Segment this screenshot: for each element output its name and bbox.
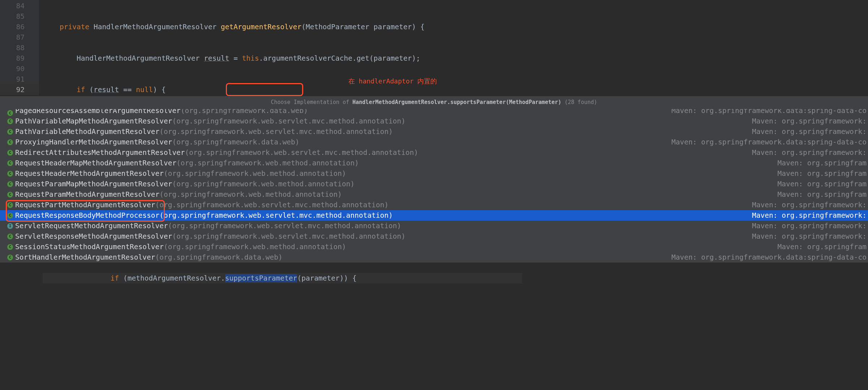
class-icon: C: [7, 110, 13, 116]
code-line[interactable]: HandlerMethodArgumentResolver result = t…: [43, 53, 522, 64]
popup-title: Choose Implementation of HandlerMethodAr…: [0, 96, 868, 109]
implementation-item[interactable]: CProxyingHandlerMethodArgumentResolver (…: [0, 137, 868, 147]
class-name: ServletResponseMethodArgumentResolver: [15, 231, 172, 242]
source-label: Maven: org.springfram: [777, 242, 868, 252]
package-name: (org.springframework.web.method.annotati…: [172, 179, 354, 189]
implementation-item[interactable]: CRequestParamMapMethodArgumentResolver (…: [0, 179, 868, 189]
class-name: PathVariableMapMethodArgumentResolver: [15, 116, 172, 126]
implementation-item[interactable]: CPagedResourcesAssemblerArgumentResolver…: [0, 109, 868, 116]
implementation-item[interactable]: CSortHandlerMethodArgumentResolver (org.…: [0, 252, 868, 263]
class-icon: C: [7, 171, 13, 177]
class-name: SortHandlerMethodArgumentResolver: [15, 252, 155, 263]
line-number: 91: [0, 74, 39, 84]
package-name: (org.springframework.web.method.annotati…: [176, 158, 359, 168]
source-label: Maven: org.springfram: [777, 158, 868, 168]
code-text: =: [229, 54, 242, 62]
keyword: null: [136, 86, 153, 94]
code-text: HandlerMethodArgumentResolver: [77, 54, 204, 62]
source-label: Maven: org.springfram: [777, 189, 868, 200]
package-name: (org.springframework.web.servlet.mvc.met…: [168, 221, 401, 231]
code-line-current[interactable]: if (methodArgumentResolver.supportsParam…: [43, 273, 522, 283]
class-icon: C: [7, 244, 13, 250]
keyword: private: [60, 23, 89, 31]
class-icon: C: [7, 129, 13, 135]
source-label: Maven: org.springframework:: [752, 116, 868, 126]
code-text: (: [85, 86, 93, 94]
package-name: (org.springframework.data.web): [155, 252, 282, 263]
class-name: RequestHeaderMethodArgumentResolver: [15, 168, 164, 179]
code-text: ==: [119, 86, 136, 94]
package-name: (org.springframework.data.web): [172, 137, 299, 147]
highlight-box-method: [226, 83, 303, 96]
popup-title-target: HandlerMethodArgumentResolver.supportsPa…: [352, 99, 561, 105]
class-icon: C: [7, 181, 13, 187]
variable: result: [204, 54, 229, 62]
code-text: ) {: [153, 86, 166, 94]
package-name: (org.springframework.web.servlet.mvc.met…: [155, 200, 388, 210]
implementation-item[interactable]: CServletResponseMethodArgumentResolver (…: [0, 231, 868, 242]
class-name: PagedResourcesAssemblerArgumentResolver: [15, 109, 181, 116]
source-label: Maven: org.springframework:: [752, 231, 868, 242]
code-text: (parameter)) {: [297, 274, 356, 282]
annotation-text: 在 handlerAdaptor 内置的: [348, 76, 437, 86]
implementation-item[interactable]: CRedirectAttributesMethodArgumentResolve…: [0, 147, 868, 158]
source-label: Maven: org.springframework.data:spring-d…: [671, 109, 868, 116]
code-line[interactable]: private HandlerMethodArgumentResolver ge…: [43, 22, 522, 32]
class-icon: C: [7, 139, 13, 145]
implementation-item[interactable]: IServletRequestMethodArgumentResolver (o…: [0, 221, 868, 231]
package-name: (org.springframework.web.servlet.mvc.met…: [159, 210, 393, 221]
class-name: RequestParamMapMethodArgumentResolver: [15, 179, 172, 189]
class-icon: C: [7, 255, 13, 260]
implementations-list[interactable]: CPagedResourcesAssemblerArgumentResolver…: [0, 109, 868, 263]
line-number: 87: [0, 32, 39, 43]
code-text: (methodArgumentResolver.: [119, 274, 225, 282]
source-label: Maven: org.springframework:: [752, 221, 868, 231]
line-number: 90: [0, 64, 39, 74]
highlight-box-selected-item: [6, 200, 165, 222]
package-name: (org.springframework.web.method.annotati…: [164, 242, 346, 252]
implementation-item[interactable]: CSessionStatusMethodArgumentResolver (or…: [0, 242, 868, 252]
class-icon: C: [7, 118, 13, 124]
interface-icon: I: [7, 223, 13, 229]
code-text: .: [259, 54, 263, 62]
package-name: (org.springframework.web.servlet.mvc.met…: [172, 231, 405, 242]
package-name: (org.springframework.web.method.annotati…: [159, 189, 342, 200]
implementation-item[interactable]: CPathVariableMethodArgumentResolver (org…: [0, 126, 868, 137]
class-name: RedirectAttributesMethodArgumentResolver: [15, 147, 185, 158]
line-number: 85: [0, 11, 39, 22]
class-name: SessionStatusMethodArgumentResolver: [15, 242, 164, 252]
source-label: Maven: org.springfram: [777, 179, 868, 189]
implementations-popup[interactable]: Choose Implementation of HandlerMethodAr…: [0, 96, 868, 263]
keyword: this: [242, 54, 259, 62]
class-name: RequestHeaderMapMethodArgumentResolver: [15, 158, 176, 168]
code-text: argumentResolverCache.get(parameter);: [263, 54, 420, 62]
source-label: Maven: org.springframework:: [752, 147, 868, 158]
class-name: PathVariableMethodArgumentResolver: [15, 126, 159, 137]
line-number: 86: [0, 22, 39, 32]
popup-title-post: (28 found): [561, 99, 597, 105]
gutter: 84 85 86 87 88 89 90 91 92: [0, 0, 39, 95]
implementation-item[interactable]: CPathVariableMapMethodArgumentResolver (…: [0, 116, 868, 126]
popup-title-pre: Choose Implementation of: [271, 99, 352, 105]
class-name: ProxyingHandlerMethodArgumentResolver: [15, 137, 172, 147]
source-label: Maven: org.springframework.data:spring-d…: [671, 252, 868, 263]
line-number-current: 92: [0, 84, 39, 95]
code-text: HandlerMethodArgumentResolver: [89, 23, 221, 31]
selected-identifier: supportsParameter: [225, 274, 297, 282]
line-number: 88: [0, 43, 39, 53]
class-name: RequestParamMethodArgumentResolver: [15, 189, 159, 200]
package-name: (org.springframework.data.web): [181, 109, 308, 116]
source-label: Maven: org.springframework:: [752, 126, 868, 137]
variable: result: [94, 86, 119, 94]
package-name: (org.springframework.web.method.annotati…: [164, 168, 346, 179]
method-name: getArgumentResolver: [221, 23, 301, 31]
line-number: 84: [0, 1, 39, 11]
implementation-item[interactable]: CRequestHeaderMapMethodArgumentResolver …: [0, 158, 868, 168]
implementation-item[interactable]: CRequestParamMethodArgumentResolver (org…: [0, 189, 868, 200]
source-label: Maven: org.springfram: [777, 168, 868, 179]
implementation-item[interactable]: CRequestHeaderMethodArgumentResolver (or…: [0, 168, 868, 179]
keyword: if: [111, 274, 119, 282]
class-icon: C: [7, 150, 13, 156]
source-label: Maven: org.springframework:: [752, 210, 868, 221]
package-name: (org.springframework.web.servlet.mvc.met…: [185, 147, 418, 158]
